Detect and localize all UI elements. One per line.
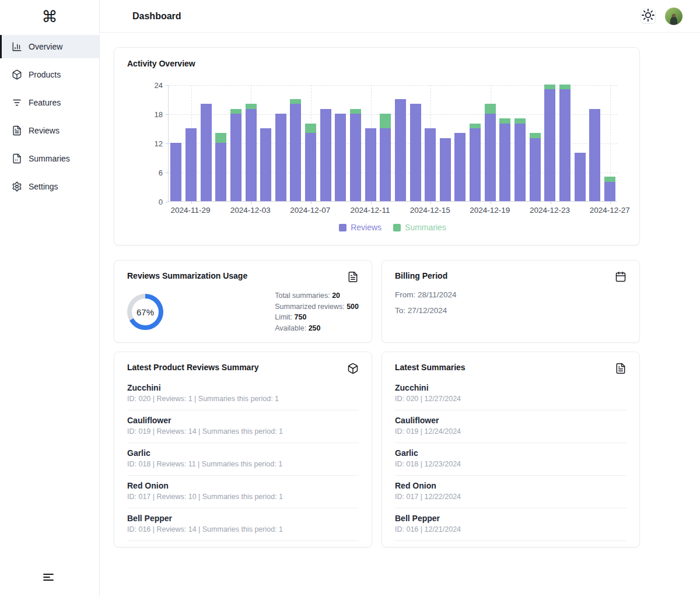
bar-segment-summaries xyxy=(246,104,257,108)
chart-bar[interactable] xyxy=(320,109,331,201)
chart-bar[interactable] xyxy=(499,118,510,201)
chart-bar[interactable] xyxy=(514,118,526,201)
theme-toggle-button[interactable] xyxy=(640,9,656,24)
item-name: Zucchini xyxy=(127,383,359,392)
chart-bar[interactable] xyxy=(470,124,481,201)
list-item[interactable]: GarlicID: 018 | Reviews: 11 | Summaries … xyxy=(127,443,359,476)
list-item[interactable]: Bell PepperID: 016 | 12/21/2024 xyxy=(395,508,626,541)
chart-bar[interactable] xyxy=(530,133,541,201)
x-tick xyxy=(491,201,491,204)
list-item[interactable]: Red OnionID: 017 | Reviews: 10 | Summari… xyxy=(127,476,359,508)
chart-bar[interactable] xyxy=(485,104,496,201)
x-axis-label: 2024-12-15 xyxy=(410,206,450,215)
chart-bar[interactable] xyxy=(201,104,212,201)
billing-card: Billing Period From: 28/11/2024 To: 27/1… xyxy=(382,260,640,343)
usage-stat-line: Total summaries: 20 xyxy=(275,290,359,301)
sidebar-item-summaries[interactable]: Summaries xyxy=(0,147,99,170)
chart-bar[interactable] xyxy=(544,85,555,201)
list-item[interactable]: Red OnionID: 017 | 12/22/2024 xyxy=(395,476,626,508)
list-item[interactable]: GarlicID: 018 | 12/23/2024 xyxy=(395,443,626,476)
chart-bar[interactable] xyxy=(395,99,406,201)
chart-bar[interactable] xyxy=(365,128,376,201)
item-meta: ID: 016 | 12/21/2024 xyxy=(395,525,626,533)
x-tick xyxy=(551,201,551,204)
bar-segment-reviews xyxy=(305,133,316,201)
chart-slot xyxy=(393,85,408,201)
list-item[interactable]: ZucchiniID: 020 | 12/27/2024 xyxy=(395,378,626,410)
usage-card-title: Reviews Summarization Usage xyxy=(127,271,247,280)
chart-slot xyxy=(453,85,468,201)
x-tick xyxy=(251,201,251,204)
x-axis-label: 2024-12-07 xyxy=(290,206,330,215)
chart-bar[interactable] xyxy=(215,133,226,201)
bar-segment-summaries xyxy=(514,118,526,123)
sidebar-item-reviews[interactable]: Reviews xyxy=(0,119,99,142)
chart-bar[interactable] xyxy=(290,99,301,201)
app-logo[interactable]: ⌘ xyxy=(0,0,99,34)
bar-segment-reviews xyxy=(290,104,301,201)
chart-bar[interactable] xyxy=(186,128,197,201)
sidebar-item-products[interactable]: Products xyxy=(0,63,99,86)
list-item[interactable]: CauliflowerID: 019 | 12/24/2024 xyxy=(395,410,626,443)
chart-slot xyxy=(198,85,214,201)
bar-segment-reviews xyxy=(454,133,466,201)
bar-segment-summaries xyxy=(380,114,391,128)
bar-segment-reviews xyxy=(499,124,510,201)
chart-slot xyxy=(214,85,229,201)
chart-bar[interactable] xyxy=(410,104,421,201)
sidebar-item-features[interactable]: Features xyxy=(0,91,99,114)
collapse-sidebar-button[interactable] xyxy=(41,570,55,584)
chart-bar[interactable] xyxy=(246,104,257,201)
file-grid-icon xyxy=(12,153,22,164)
item-meta: ID: 016 | Reviews: 14 | Summaries this p… xyxy=(127,525,359,533)
chart-slot xyxy=(527,85,542,201)
chart-bar[interactable] xyxy=(335,114,346,201)
chart-bar[interactable] xyxy=(604,177,615,201)
list-item[interactable]: ZucchiniID: 020 | Reviews: 1 | Summaries… xyxy=(127,378,359,410)
chart-bar[interactable] xyxy=(305,124,316,201)
chart-bar[interactable] xyxy=(589,109,600,201)
avatar[interactable] xyxy=(665,8,682,25)
list-item[interactable]: CauliflowerID: 019 | Reviews: 14 | Summa… xyxy=(127,410,359,443)
calendar-icon xyxy=(615,271,626,283)
usage-card: Reviews Summarization Usage 67% Total su… xyxy=(114,260,372,343)
chart-bar[interactable] xyxy=(440,138,451,201)
file-text-icon xyxy=(12,125,22,136)
sidebar-item-label: Summaries xyxy=(29,154,70,163)
collapse-menu-icon xyxy=(41,576,55,586)
chart-bar[interactable] xyxy=(230,109,242,201)
bar-segment-reviews xyxy=(425,128,436,201)
chart-bar[interactable] xyxy=(170,143,181,201)
bar-segment-summaries xyxy=(604,177,615,181)
chart-bar[interactable] xyxy=(425,128,436,201)
item-name: Red Onion xyxy=(395,481,626,490)
item-name: Garlic xyxy=(395,448,626,458)
item-meta: ID: 018 | Reviews: 11 | Summaries this p… xyxy=(127,460,359,468)
item-meta: ID: 017 | Reviews: 10 | Summaries this p… xyxy=(127,493,359,501)
chart-bar[interactable] xyxy=(575,153,586,201)
item-name: Bell Pepper xyxy=(395,514,626,523)
chart-bar[interactable] xyxy=(260,128,271,201)
sidebar-item-label: Settings xyxy=(29,182,58,191)
chart-bar[interactable] xyxy=(454,133,466,201)
chart-bar[interactable] xyxy=(380,114,391,201)
latest-reviews-list: ZucchiniID: 020 | Reviews: 1 | Summaries… xyxy=(127,378,359,541)
item-meta: ID: 020 | Reviews: 1 | Summaries this pe… xyxy=(127,395,359,403)
chart-bar[interactable] xyxy=(559,85,570,201)
chart-slot xyxy=(303,85,318,201)
bar-segment-summaries xyxy=(499,118,510,123)
legend-item-summaries[interactable]: Summaries xyxy=(393,223,446,232)
legend-item-reviews[interactable]: Reviews xyxy=(339,223,382,232)
sidebar-item-settings[interactable]: Settings xyxy=(0,175,99,198)
sidebar-item-overview[interactable]: Overview xyxy=(0,35,99,58)
chart-bar[interactable] xyxy=(350,109,361,201)
chart-bar[interactable] xyxy=(275,114,286,201)
latest-summaries-card: Latest Summaries ZucchiniID: 020 | 12/27… xyxy=(382,352,640,547)
bar-segment-reviews xyxy=(320,109,331,201)
y-axis-label: 12 xyxy=(139,139,163,148)
chart-slot xyxy=(258,85,274,201)
item-meta: ID: 018 | 12/23/2024 xyxy=(395,460,626,468)
bar-segment-reviews xyxy=(470,128,481,201)
y-axis-label: 6 xyxy=(139,168,163,177)
list-item[interactable]: Bell PepperID: 016 | Reviews: 14 | Summa… xyxy=(127,508,359,541)
